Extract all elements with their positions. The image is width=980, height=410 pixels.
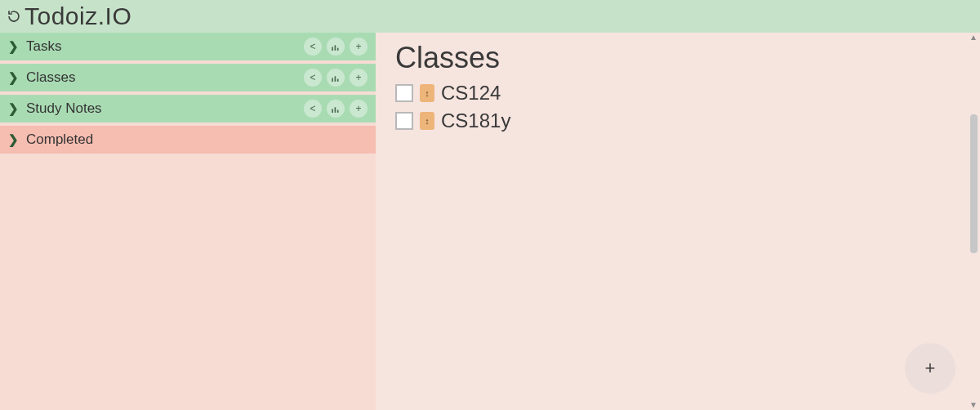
drag-handle-icon[interactable]: ↕ — [420, 112, 434, 130]
share-icon[interactable]: < — [304, 38, 322, 56]
sidebar-item-label: Classes — [26, 69, 304, 86]
share-icon[interactable]: < — [304, 69, 322, 87]
checkbox[interactable] — [395, 112, 413, 130]
sidebar-item-label: Tasks — [26, 38, 304, 55]
share-icon[interactable]: < — [304, 100, 322, 118]
sidebar-item-completed[interactable]: ❯ Completed — [0, 126, 376, 154]
plus-icon: + — [925, 358, 936, 379]
sidebar-item-classes[interactable]: ❯ Classes < + — [0, 64, 376, 91]
chart-icon[interactable] — [327, 69, 345, 87]
add-button[interactable]: + — [905, 343, 956, 394]
scrollbar[interactable]: ▲ ▼ — [969, 33, 978, 410]
sidebar: ❯ Tasks < + ❯ Classes < + ❯ St — [0, 33, 376, 410]
scroll-thumb[interactable] — [970, 114, 978, 253]
scroll-down-icon[interactable]: ▼ — [969, 400, 978, 410]
add-icon[interactable]: + — [350, 38, 368, 56]
app-header: Todoiz.IO — [0, 0, 980, 33]
scroll-up-icon[interactable]: ▲ — [969, 33, 978, 42]
list-item[interactable]: ↕ CS181y — [395, 109, 960, 132]
list-item[interactable]: ↕ CS124 — [395, 82, 960, 105]
chevron-right-icon: ❯ — [8, 132, 18, 147]
chevron-right-icon: ❯ — [8, 39, 18, 54]
list-item-label: CS124 — [441, 82, 501, 105]
chevron-right-icon: ❯ — [8, 70, 18, 85]
list-item-label: CS181y — [441, 109, 510, 132]
sidebar-item-label: Study Notes — [26, 100, 304, 117]
checkbox[interactable] — [395, 84, 413, 102]
chart-icon[interactable] — [327, 38, 345, 56]
main-panel: Classes ↕ CS124 ↕ CS181y + — [376, 33, 980, 410]
add-icon[interactable]: + — [350, 100, 368, 118]
chart-icon[interactable] — [327, 100, 345, 118]
chevron-right-icon: ❯ — [8, 101, 18, 116]
drag-handle-icon[interactable]: ↕ — [420, 84, 434, 102]
sidebar-item-study-notes[interactable]: ❯ Study Notes < + — [0, 95, 376, 123]
sidebar-item-label: Completed — [26, 131, 368, 148]
undo-icon[interactable] — [5, 7, 23, 25]
app-title: Todoiz.IO — [24, 2, 131, 30]
sidebar-item-tasks[interactable]: ❯ Tasks < + — [0, 33, 376, 60]
add-icon[interactable]: + — [350, 69, 368, 87]
page-title: Classes — [395, 41, 960, 75]
